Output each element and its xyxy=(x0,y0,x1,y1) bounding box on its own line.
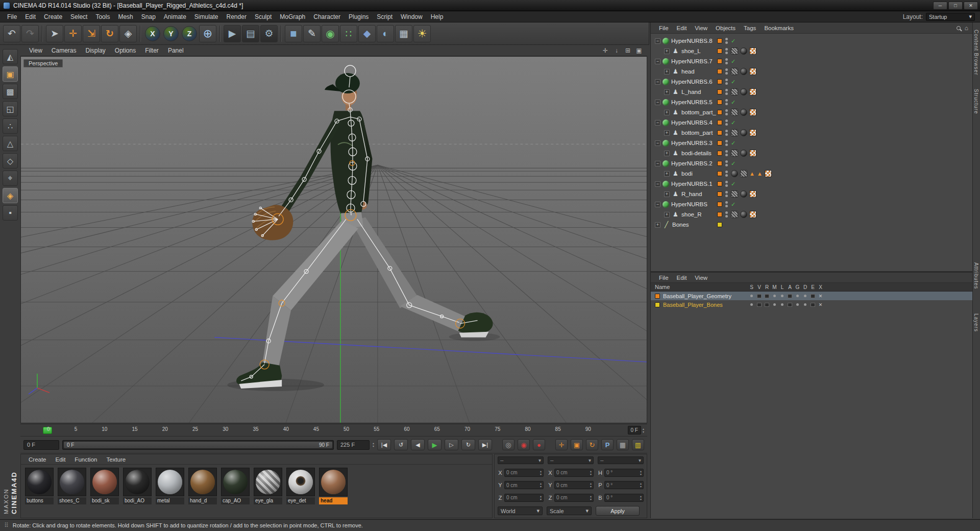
texture-tag-icon[interactable] xyxy=(740,47,747,55)
object-row[interactable]: − HyperNURBS.6 ✓ xyxy=(651,77,973,87)
material-item[interactable]: bodi_AO xyxy=(123,468,153,504)
layer-chip[interactable] xyxy=(717,49,722,54)
layer-generators-cell[interactable] xyxy=(794,293,801,299)
material-label[interactable]: bodi_AO xyxy=(123,497,152,504)
prev-frame-button[interactable]: ◀ xyxy=(411,439,425,450)
texture-tag-icon[interactable] xyxy=(740,88,747,95)
layer-chip[interactable] xyxy=(717,222,722,227)
object-row[interactable]: − HyperNURBS.1 ✓ xyxy=(651,179,973,189)
render-view-icon[interactable]: ▶ xyxy=(224,25,241,42)
collapse-toggle-icon[interactable]: − xyxy=(655,140,660,146)
texture-tag-icon[interactable] xyxy=(740,68,747,75)
menu-snap[interactable]: Snap xyxy=(137,11,160,22)
camera-label[interactable]: Perspective xyxy=(23,59,63,67)
visibility-dots[interactable] xyxy=(725,171,728,177)
layer-chip[interactable] xyxy=(717,38,722,43)
enabled-check-icon[interactable]: ✓ xyxy=(731,119,736,126)
visibility-dots[interactable] xyxy=(725,211,728,218)
material-label[interactable]: eye_det xyxy=(286,497,315,504)
deformer-icon[interactable]: ◆ xyxy=(358,25,376,42)
material-item[interactable]: shoes_C xyxy=(58,468,87,504)
viewport-menu-options[interactable]: Options xyxy=(110,47,140,54)
swap-view-icon[interactable]: ⊞ xyxy=(624,47,632,54)
tab-structure[interactable]: Structure xyxy=(973,89,979,114)
scroll-view-icon[interactable]: ↓ xyxy=(612,47,621,54)
layer-xref-cell[interactable]: ✕ xyxy=(817,293,824,299)
model-mode-icon[interactable]: ▣ xyxy=(3,66,18,82)
material-label[interactable]: hand_d xyxy=(188,497,217,504)
weight-tag-icon[interactable] xyxy=(731,47,738,55)
visibility-dots[interactable] xyxy=(725,48,728,54)
menu-simulate[interactable]: Simulate xyxy=(190,11,223,22)
axis-mode-icon[interactable]: ⌖ xyxy=(3,171,18,186)
layer-solo-cell[interactable] xyxy=(748,293,755,299)
live-selection-icon[interactable]: ➤ xyxy=(46,25,63,42)
weight-tag-icon[interactable] xyxy=(740,170,747,177)
snap-icon[interactable]: ◈ xyxy=(3,188,18,203)
spline-pen-icon[interactable]: ✎ xyxy=(303,25,321,42)
object-row[interactable]: + ♟ R_hand xyxy=(651,189,973,199)
search-icon[interactable] xyxy=(957,26,961,30)
texture-tag-icon[interactable] xyxy=(740,190,747,198)
lm-menu-edit[interactable]: Edit xyxy=(673,275,691,281)
object-row[interactable]: − HyperNURBS.8 ✓ xyxy=(651,36,973,46)
layer-list[interactable]: Baseball_Player_Geometry ✕ Baseball_Play… xyxy=(651,292,973,518)
lock-workplane-icon[interactable]: ▪ xyxy=(3,205,18,221)
uvw-tag-icon[interactable] xyxy=(749,129,756,136)
expand-toggle-icon[interactable]: + xyxy=(664,151,670,156)
object-row[interactable]: + ♟ bodi-details xyxy=(651,148,973,158)
layer-chip[interactable] xyxy=(717,191,722,197)
material-menu-function[interactable]: Function xyxy=(70,456,102,463)
viewport-menu-view[interactable]: View xyxy=(24,47,47,54)
apply-button[interactable]: Apply xyxy=(596,506,640,516)
material-item[interactable]: metal xyxy=(156,468,185,504)
layer-row[interactable]: Baseball_Player_Bones ✕ xyxy=(651,300,973,309)
goto-end-button[interactable]: ▶| xyxy=(478,439,492,450)
expand-toggle-icon[interactable]: + xyxy=(664,110,670,115)
size-header-dropdown[interactable]: --▾ xyxy=(548,456,594,464)
size-y-field[interactable]: 0 cm▴▾ xyxy=(554,481,594,489)
visibility-dots[interactable] xyxy=(725,191,728,197)
layer-manager-cell[interactable] xyxy=(771,293,778,299)
material-preview[interactable] xyxy=(288,470,313,494)
solo-ring-icon[interactable]: ◎ xyxy=(502,439,514,450)
lock-y-icon[interactable]: Y xyxy=(163,26,179,41)
material-label[interactable]: buttons xyxy=(25,497,54,504)
viewport-canvas[interactable]: Perspective xyxy=(20,56,647,423)
enabled-check-icon[interactable]: ✓ xyxy=(731,181,736,187)
layer-chip[interactable] xyxy=(717,181,722,186)
layer-color-chip[interactable] xyxy=(655,302,660,307)
menu-help[interactable]: Help xyxy=(427,11,448,22)
texture-tag-icon[interactable] xyxy=(740,109,747,116)
material-item-selected[interactable]: head xyxy=(319,468,349,504)
rotate-tool-icon[interactable]: ↻ xyxy=(101,25,118,42)
render-picture-viewer-icon[interactable]: ▤ xyxy=(242,25,259,42)
light-icon[interactable]: ☀ xyxy=(413,25,431,42)
tab-attributes[interactable]: Attributes xyxy=(973,262,979,289)
add-cube-icon[interactable]: ■ xyxy=(285,25,302,42)
material-label[interactable]: shoes_C xyxy=(58,497,86,504)
visibility-dots[interactable] xyxy=(725,79,728,85)
menu-tools[interactable]: Tools xyxy=(91,11,114,22)
material-item[interactable]: bodi_sk xyxy=(90,468,120,504)
object-tree[interactable]: − HyperNURBS.8 ✓ + ♟ shoe_L − HyperNURBS… xyxy=(651,34,973,271)
object-row[interactable]: + ♟ head xyxy=(651,66,973,77)
texture-mode-icon[interactable]: ▩ xyxy=(3,84,18,99)
material-label[interactable]: bodi_sk xyxy=(90,497,119,504)
layer-expressions-cell[interactable] xyxy=(809,302,817,308)
material-preview[interactable] xyxy=(223,470,248,494)
tab-layers[interactable]: Layers xyxy=(973,313,979,332)
goto-start-button[interactable]: |◀ xyxy=(377,439,391,450)
object-row[interactable]: + ♟ shoe_R xyxy=(651,209,973,220)
layer-solo-cell[interactable] xyxy=(748,302,755,308)
menu-sculpt[interactable]: Sculpt xyxy=(251,11,276,22)
collapse-toggle-icon[interactable]: − xyxy=(655,120,660,126)
visibility-dots[interactable] xyxy=(725,99,728,105)
weight-tag-icon[interactable] xyxy=(731,129,738,136)
visibility-dots[interactable] xyxy=(725,181,728,187)
layer-chip[interactable] xyxy=(717,212,722,217)
weight-tag-icon[interactable] xyxy=(731,190,738,198)
om-menu-tags[interactable]: Tags xyxy=(740,25,760,31)
pan-view-icon[interactable]: ✛ xyxy=(601,47,609,54)
lm-menu-view[interactable]: View xyxy=(691,275,712,281)
